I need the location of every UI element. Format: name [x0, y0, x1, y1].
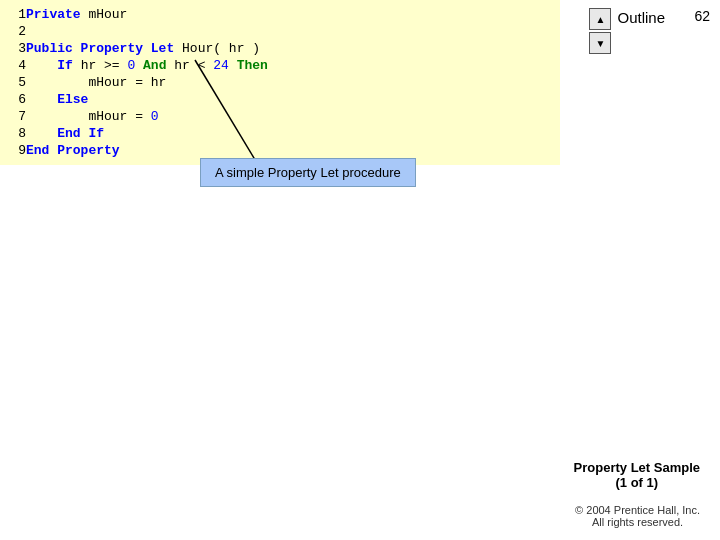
line-num: 3 [10, 40, 26, 57]
line-num: 1 [10, 6, 26, 23]
code-line: End Property [26, 142, 268, 159]
page-container: 1 Private mHour 2 3 Public Property Let … [0, 0, 720, 540]
line-num: 6 [10, 91, 26, 108]
line-num: 2 [10, 23, 26, 40]
slide-label: Property Let Sample (1 of 1) [574, 460, 700, 490]
copyright-line2: All rights reserved. [575, 516, 700, 528]
table-row: 9 End Property [10, 142, 268, 159]
outline-down-button[interactable]: ▼ [589, 32, 611, 54]
line-num: 4 [10, 57, 26, 74]
code-line: End If [26, 125, 268, 142]
table-row: 1 Private mHour [10, 6, 268, 23]
table-row: 6 Else [10, 91, 268, 108]
line-num: 5 [10, 74, 26, 91]
table-row: 3 Public Property Let Hour( hr ) [10, 40, 268, 57]
table-row: 2 [10, 23, 268, 40]
code-line [26, 23, 268, 40]
line-num: 9 [10, 142, 26, 159]
outline-label: Outline [617, 8, 665, 25]
code-line: Public Property Let Hour( hr ) [26, 40, 268, 57]
outline-area: ▲ ▼ Outline [589, 8, 665, 54]
code-table: 1 Private mHour 2 3 Public Property Let … [10, 6, 268, 159]
line-num: 7 [10, 108, 26, 125]
code-line: If hr >= 0 And hr < 24 Then [26, 57, 268, 74]
tooltip-box: A simple Property Let procedure [200, 158, 416, 187]
outline-arrows: ▲ ▼ [589, 8, 611, 54]
tooltip-text: A simple Property Let procedure [215, 165, 401, 180]
table-row: 5 mHour = hr [10, 74, 268, 91]
code-line: mHour = hr [26, 74, 268, 91]
outline-up-button[interactable]: ▲ [589, 8, 611, 30]
table-row: 8 End If [10, 125, 268, 142]
page-number: 62 [694, 8, 710, 24]
code-area: 1 Private mHour 2 3 Public Property Let … [0, 0, 560, 165]
code-line: Else [26, 91, 268, 108]
slide-label-line2: (1 of 1) [574, 475, 700, 490]
copyright-line1: © 2004 Prentice Hall, Inc. [575, 504, 700, 516]
copyright: © 2004 Prentice Hall, Inc. All rights re… [575, 504, 700, 528]
line-num: 8 [10, 125, 26, 142]
table-row: 7 mHour = 0 [10, 108, 268, 125]
code-line: Private mHour [26, 6, 268, 23]
slide-label-line1: Property Let Sample [574, 460, 700, 475]
table-row: 4 If hr >= 0 And hr < 24 Then [10, 57, 268, 74]
code-line: mHour = 0 [26, 108, 268, 125]
